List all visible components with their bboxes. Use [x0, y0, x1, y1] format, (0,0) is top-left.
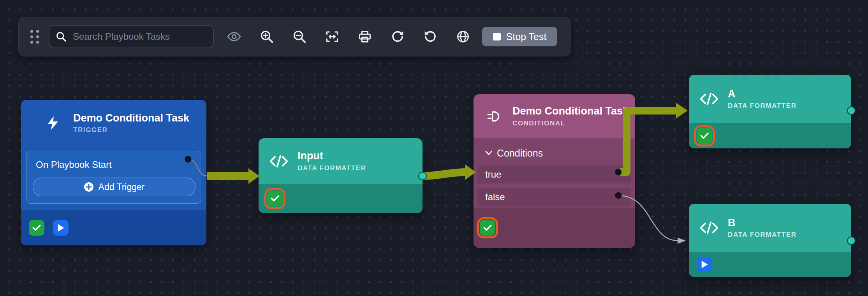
success-check-badge-highlighted[interactable]	[267, 191, 283, 206]
branch-row-false[interactable]: false	[477, 188, 631, 206]
check-icon	[699, 131, 710, 141]
code-icon	[699, 221, 719, 234]
conditions-panel: Conditions true false	[474, 138, 635, 208]
lightning-icon	[43, 115, 63, 131]
print-button[interactable]	[352, 24, 378, 49]
add-trigger-label: Add Trigger	[99, 182, 145, 192]
success-check-badge-highlighted[interactable]	[480, 220, 495, 236]
redo-button[interactable]	[385, 24, 410, 49]
check-icon	[32, 223, 42, 233]
node-type-label: TRIGGER	[73, 126, 189, 134]
zoom-out-icon	[292, 30, 306, 44]
search-icon	[56, 31, 67, 42]
conditional-icon	[484, 110, 504, 123]
fit-to-screen-button[interactable]	[319, 24, 345, 49]
trigger-events-panel: On Playbook Start Add Trigger	[26, 151, 201, 204]
check-icon	[270, 194, 280, 204]
undo-button[interactable]	[417, 24, 443, 49]
code-icon	[699, 92, 719, 106]
fit-to-screen-icon	[325, 30, 339, 44]
input-footer	[259, 184, 423, 213]
node-trigger[interactable]: Demo Conditional Task TRIGGER On Playboo…	[21, 100, 206, 245]
branch-row-true[interactable]: true	[477, 166, 631, 183]
node-b-header: B DATA FORMATTER	[689, 204, 851, 252]
node-title: Demo Conditional Task	[73, 112, 189, 124]
canvas-toolbar: Stop Test	[18, 17, 571, 56]
redo-icon	[391, 30, 405, 44]
node-conditional[interactable]: Demo Conditional Task CONDITIONAL Condit…	[474, 94, 635, 248]
check-icon	[482, 223, 493, 233]
eye-button[interactable]	[221, 24, 247, 49]
wire-arrowhead	[676, 103, 688, 118]
node-a-footer	[689, 123, 851, 148]
node-input[interactable]: Input DATA FORMATTER	[259, 138, 423, 213]
node-a-header: A DATA FORMATTER	[689, 75, 851, 123]
globe-icon	[456, 30, 470, 44]
node-type-label: CONDITIONAL	[512, 120, 629, 127]
success-check-badge[interactable]	[29, 220, 44, 236]
play-icon	[701, 260, 708, 269]
stop-test-button[interactable]: Stop Test	[482, 27, 557, 46]
conditional-header: Demo Conditional Task CONDITIONAL	[474, 94, 635, 138]
node-title: A	[728, 88, 797, 100]
playbook-canvas[interactable]: Stop Test Demo Conditional Task TRIGGER …	[0, 0, 868, 296]
run-play-badge[interactable]	[53, 220, 69, 236]
node-title: B	[728, 217, 797, 229]
stop-icon	[493, 33, 501, 41]
code-icon	[269, 155, 289, 168]
trigger-footer	[21, 210, 206, 245]
search-box[interactable]	[49, 25, 214, 48]
trigger-event-row[interactable]: On Playbook Start	[33, 157, 195, 173]
globe-button[interactable]	[450, 24, 476, 49]
conditions-toggle[interactable]: Conditions	[474, 145, 635, 161]
node-title: Input	[298, 150, 366, 162]
chevron-down-icon	[485, 151, 492, 155]
zoom-in-icon	[260, 30, 274, 44]
drag-handle-icon[interactable]	[30, 30, 39, 44]
zoom-in-button[interactable]	[254, 24, 280, 49]
node-type-label: DATA FORMATTER	[728, 231, 797, 239]
print-icon	[358, 30, 372, 44]
wire-arrowhead-small	[678, 238, 686, 244]
input-header: Input DATA FORMATTER	[259, 138, 423, 184]
node-b-footer	[689, 252, 851, 277]
undo-icon	[423, 30, 437, 44]
node-title: Demo Conditional Task	[512, 105, 629, 117]
branch-false-label: false	[485, 192, 505, 203]
plus-circle-icon	[84, 182, 94, 192]
wire-input-to-conditional	[423, 172, 466, 176]
trigger-header: Demo Conditional Task TRIGGER	[21, 100, 206, 146]
wire-arrowhead	[248, 168, 259, 184]
trigger-event-label: On Playbook Start	[36, 159, 112, 170]
run-play-badge[interactable]	[697, 257, 712, 272]
zoom-out-button[interactable]	[287, 24, 312, 49]
play-icon	[57, 224, 65, 232]
add-trigger-button[interactable]: Add Trigger	[33, 178, 195, 196]
conditions-label: Conditions	[497, 148, 543, 159]
success-check-badge-highlighted[interactable]	[697, 128, 712, 144]
node-b[interactable]: B DATA FORMATTER	[689, 204, 851, 277]
node-type-label: DATA FORMATTER	[298, 164, 366, 172]
node-type-label: DATA FORMATTER	[728, 102, 797, 110]
conditional-footer	[474, 208, 635, 248]
eye-icon	[227, 30, 241, 44]
search-input[interactable]	[72, 31, 213, 42]
node-a[interactable]: A DATA FORMATTER	[689, 75, 851, 148]
stop-test-label: Stop Test	[506, 31, 547, 42]
branch-true-label: true	[485, 169, 501, 180]
